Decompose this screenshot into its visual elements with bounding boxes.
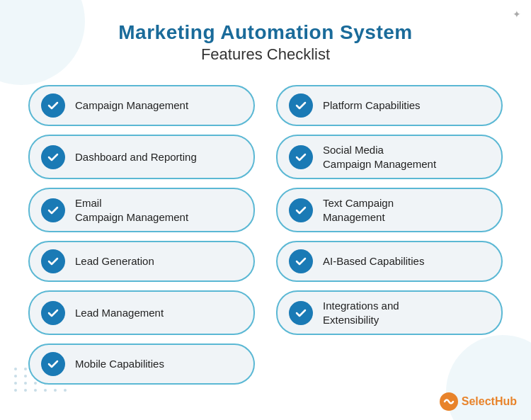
item-label: Integrations andExtensibility bbox=[323, 299, 399, 327]
item-label: AI-Based Capabilities bbox=[323, 254, 424, 268]
list-item: Lead Generation bbox=[28, 241, 255, 282]
list-item: Dashboard and Reporting bbox=[28, 135, 255, 179]
item-label: Campaign Management bbox=[75, 98, 188, 113]
check-icon bbox=[41, 249, 65, 273]
item-label: Dashboard and Reporting bbox=[75, 150, 197, 164]
list-item: Campaign Management bbox=[28, 85, 255, 126]
check-icon bbox=[289, 249, 313, 273]
check-icon bbox=[41, 198, 65, 222]
list-item: Lead Management bbox=[28, 290, 255, 335]
list-item: EmailCampaign Management bbox=[28, 188, 255, 232]
check-icon bbox=[289, 145, 313, 169]
list-item: Integrations andExtensibility bbox=[276, 290, 503, 335]
check-icon bbox=[289, 93, 313, 118]
check-icon bbox=[289, 198, 313, 222]
item-label: EmailCampaign Management bbox=[75, 196, 188, 224]
list-item: AI-Based Capabilities bbox=[276, 241, 503, 282]
item-label: Platform Capabilities bbox=[323, 98, 421, 113]
list-item: Platform Capabilities bbox=[276, 85, 503, 126]
main-title: Marketing Automation System bbox=[28, 21, 503, 44]
list-item: Social MediaCampaign Management bbox=[276, 135, 503, 179]
check-icon bbox=[41, 352, 65, 376]
item-label: Mobile Capabilities bbox=[75, 357, 164, 371]
check-icon bbox=[41, 145, 65, 169]
page-header: Marketing Automation System Features Che… bbox=[28, 21, 503, 64]
check-icon bbox=[289, 301, 313, 325]
list-item: Text CampaignManagement bbox=[276, 188, 503, 232]
list-item: Mobile Capabilities bbox=[28, 344, 255, 385]
item-label: Text CampaignManagement bbox=[323, 196, 394, 224]
check-icon bbox=[41, 93, 65, 118]
item-label: Lead Management bbox=[75, 306, 164, 320]
item-label: Lead Generation bbox=[75, 254, 154, 268]
checklist-grid: Campaign Management Dashboard and Report… bbox=[28, 85, 503, 385]
item-label: Social MediaCampaign Management bbox=[323, 143, 436, 171]
check-icon bbox=[41, 301, 65, 325]
sub-title: Features Checklist bbox=[28, 45, 503, 64]
